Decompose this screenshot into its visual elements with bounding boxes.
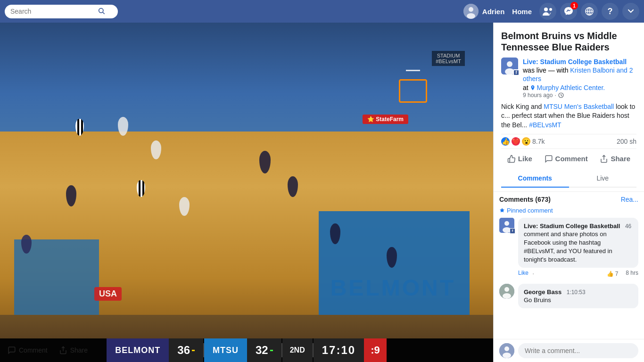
pinned-time-ago: 8 hrs xyxy=(626,270,638,278)
write-comment-input[interactable] xyxy=(518,343,638,358)
team1-score-group: BELMONT 36 xyxy=(107,338,203,362)
fb-page-badge: f xyxy=(513,69,520,76)
svg-point-0 xyxy=(99,8,103,12)
svg-point-5 xyxy=(544,8,548,11)
sidebar-header: Belmont Bruins vs Middle Tennessee Blue … xyxy=(494,23,644,192)
was-live-text: was live — with xyxy=(523,66,570,74)
write-comment-section xyxy=(494,339,644,362)
pinned-comment-bubble: Live: Stadium College Basketball 46 comm… xyxy=(518,218,638,268)
comment-bubble: George Bass 1:10:53 Go Bruins xyxy=(518,284,638,308)
reactions-left: 👍 ❤️ 😮 8.7k xyxy=(501,137,545,146)
share-label: Share xyxy=(611,155,630,163)
comments-count: Comments (673) xyxy=(499,196,551,203)
pinned-comment-indicator: Pinned comment xyxy=(499,207,638,214)
video-section: BELMONT USA ⭐ StateFarm STADIUM#BELvsMT xyxy=(0,23,493,362)
post-title: Belmont Bruins vs Middle Tennessee Blue … xyxy=(501,30,636,53)
court-text: BELMONT xyxy=(330,275,455,301)
comment-time: 1:10:53 xyxy=(567,289,586,296)
post-info: Live: Stadium College Basketball was liv… xyxy=(523,58,636,99)
comment-button[interactable]: Comment xyxy=(539,152,594,166)
user-name: Adrien xyxy=(482,8,505,16)
search-button[interactable] xyxy=(98,7,105,16)
post-meta: f Live: Stadium College Basketball was l… xyxy=(501,58,636,99)
svg-point-20 xyxy=(504,221,509,226)
shares-count: 200 sh xyxy=(617,138,636,145)
main-layout: BELMONT USA ⭐ StateFarm STADIUM#BELvsMT xyxy=(0,23,644,362)
comment-text: Go Bruins xyxy=(524,296,633,304)
comment-avatar xyxy=(499,284,514,299)
nav-right: Adrien Home 1 ? xyxy=(463,3,639,20)
at-label: at xyxy=(523,84,530,91)
page-name-link[interactable]: Live: Stadium College Basketball xyxy=(523,58,627,66)
post-timestamp: 9 hours ago · xyxy=(523,92,636,99)
team1-score: 36 xyxy=(169,338,203,362)
svg-point-26 xyxy=(504,346,509,351)
pinned-label: Pinned comment xyxy=(507,207,553,214)
real-link[interactable]: Rea... xyxy=(621,196,638,203)
wow-emoji: 😮 xyxy=(522,137,530,146)
write-comment-avatar xyxy=(499,343,514,358)
pinned-fb-badge: f xyxy=(510,228,515,234)
reactions-row: 👍 ❤️ 😮 8.7k 200 sh xyxy=(501,134,636,149)
comments-tabs: Comments Live xyxy=(501,170,636,188)
team2-score-group: MTSU 32 xyxy=(204,338,281,362)
page-avatar: f xyxy=(501,58,518,74)
period: 2ND xyxy=(282,338,313,362)
comment-label: Comment xyxy=(555,155,588,163)
comment-content: George Bass 1:10:53 Go Bruins xyxy=(518,284,638,308)
game-clock: 17:10 xyxy=(314,338,364,362)
svg-point-27 xyxy=(503,353,511,358)
comments-section: Comments (673) Rea... Pinned comment f xyxy=(494,192,644,339)
top-navigation: Adrien Home 1 ? xyxy=(0,0,644,23)
video-frame[interactable]: BELMONT USA ⭐ StateFarm STADIUM#BELvsMT xyxy=(0,23,493,338)
pinned-author: Live: Stadium College Basketball xyxy=(524,222,620,230)
home-button[interactable]: Home xyxy=(508,6,536,17)
statefarm-sign: ⭐ StateFarm xyxy=(363,115,408,124)
usa-logo: USA xyxy=(94,287,122,301)
post-description: Nick King and MTSU Men's Basketball look… xyxy=(501,102,636,130)
dropdown-icon[interactable] xyxy=(622,3,639,20)
post-actions-row: Like Comment Share xyxy=(501,151,636,170)
team1-name: BELMONT xyxy=(107,338,169,362)
svg-point-24 xyxy=(503,293,511,299)
pinned-like-count: 👍 7 xyxy=(607,270,619,278)
svg-point-4 xyxy=(467,13,475,19)
love-emoji: ❤️ xyxy=(512,137,520,146)
svg-line-17 xyxy=(561,95,562,96)
tab-comments[interactable]: Comments xyxy=(501,170,569,188)
share-button[interactable]: Share xyxy=(594,152,636,166)
stadium-logo: STADIUM#BELvsMT xyxy=(432,51,465,66)
pinned-like-link[interactable]: Like xyxy=(518,270,528,278)
team2-score: 32 xyxy=(247,338,281,362)
like-label: Like xyxy=(518,155,532,163)
like-emoji: 👍 xyxy=(501,137,510,146)
search-input[interactable] xyxy=(10,8,98,15)
like-button[interactable]: Like xyxy=(502,152,538,166)
comment-author: George Bass xyxy=(524,288,561,296)
collaborator-link[interactable]: Kristen Balboni xyxy=(570,66,614,74)
help-icon[interactable]: ? xyxy=(602,3,619,20)
pinned-comment-avatar: f xyxy=(499,218,514,233)
pinned-comment-actions: Like · 👍 7 8 hrs xyxy=(518,270,638,278)
pinned-time: 46 xyxy=(625,223,631,230)
shot-clock: :9 xyxy=(364,338,387,362)
comment-item: George Bass 1:10:53 Go Bruins xyxy=(499,284,638,308)
svg-point-13 xyxy=(507,61,512,67)
reactions-count: 8.7k xyxy=(532,138,545,145)
avatar xyxy=(463,4,479,19)
sidebar: Belmont Bruins vs Middle Tennessee Blue … xyxy=(493,23,644,362)
location-link[interactable]: Murphy Athletic Center. xyxy=(537,84,605,91)
tab-real[interactable]: Live xyxy=(569,170,637,187)
friends-icon[interactable] xyxy=(539,3,556,20)
globe-icon[interactable] xyxy=(581,3,598,20)
scoreboard: BELMONT 36 MTSU 32 2ND 17:10 :9 xyxy=(0,338,493,362)
pinned-comment-item: f Live: Stadium College Basketball 46 co… xyxy=(499,218,638,279)
svg-line-1 xyxy=(103,12,105,14)
messenger-icon[interactable]: 1 xyxy=(560,3,577,20)
svg-point-3 xyxy=(469,7,473,12)
svg-point-6 xyxy=(549,8,552,11)
pinned-comment-content: Live: Stadium College Basketball 46 comm… xyxy=(518,218,638,279)
mtsu-link[interactable]: MTSU Men's Basketball xyxy=(544,103,614,110)
team2-name: MTSU xyxy=(204,338,247,362)
comments-header: Comments (673) Rea... xyxy=(499,196,638,203)
